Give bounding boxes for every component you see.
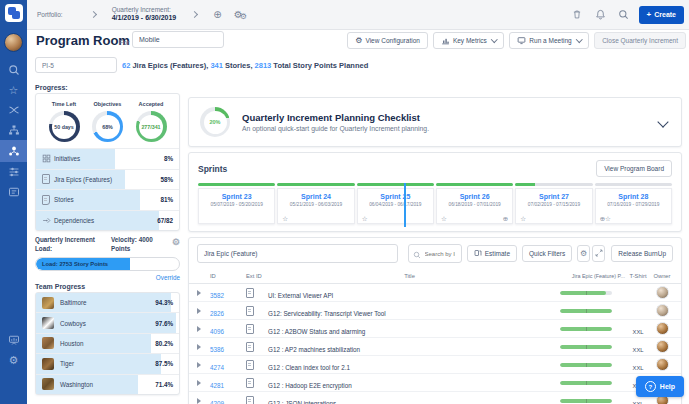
close-quarterly-increment-button[interactable]: Close Quarterly Increment	[594, 32, 686, 49]
table-row[interactable]: 4274 G12 : Clean index tool for 2.1 XXL	[189, 356, 681, 374]
expander-icon[interactable]	[197, 326, 201, 332]
expander-icon[interactable]	[197, 398, 201, 404]
expand-button[interactable]	[592, 245, 605, 262]
column-header-tshirt[interactable]: T-Shirt	[625, 273, 651, 279]
progress-row-initiatives[interactable]: Initiatives 8%	[36, 148, 179, 169]
expander-icon[interactable]	[197, 290, 201, 296]
table-row[interactable]: 3582 UI: External Viewer API	[189, 284, 681, 302]
epic-id-link[interactable]: 4096	[210, 328, 224, 335]
progress-bar	[560, 291, 612, 295]
star-icon[interactable]: ☆	[282, 216, 288, 223]
star-icon[interactable]: ☆	[362, 216, 368, 223]
expand-icon	[595, 249, 603, 258]
view-configuration-button[interactable]: ⚙ View Configuration	[347, 32, 428, 49]
pi-selector[interactable]	[35, 57, 117, 73]
progress-row-stories[interactable]: Stories 81%	[36, 189, 179, 210]
table-row[interactable]: 4096 G12 : A2BOW Status and alarming XXL	[189, 320, 681, 338]
program-input[interactable]	[132, 31, 224, 48]
quick-filters-button[interactable]: Quick Filters	[522, 245, 572, 262]
gears-icon[interactable]: ⚙⚙	[234, 9, 247, 21]
star-icon[interactable]: ☆	[520, 216, 526, 223]
epic-id-link[interactable]: 4281	[210, 382, 224, 389]
kanban-board-icon[interactable]	[0, 182, 27, 202]
column-header-progress[interactable]: Jira Epic (Feature) P...	[547, 273, 625, 279]
user-avatar[interactable]	[4, 33, 23, 52]
notifications-bell-icon[interactable]	[595, 9, 606, 20]
owner-avatar[interactable]	[656, 286, 669, 299]
settings-gear-icon[interactable]: ⚙	[0, 350, 27, 370]
run-a-meeting-button[interactable]: Run a Meeting	[509, 32, 589, 49]
column-header-ext-id[interactable]: Ext ID	[246, 273, 272, 279]
view-program-board-button[interactable]: View Program Board	[596, 160, 672, 177]
search-icon[interactable]	[618, 9, 629, 20]
sheet-selector[interactable]: Jira Epic (Feature)	[197, 244, 398, 263]
column-header-id[interactable]: ID	[210, 273, 246, 279]
crosshair-star-icons[interactable]: ⊕☆	[600, 216, 611, 223]
reports-icon[interactable]	[0, 330, 27, 350]
document-icon	[246, 324, 254, 334]
expander-icon[interactable]	[197, 362, 201, 368]
crosshair-icon[interactable]: ⊕	[503, 216, 508, 223]
column-header-owner[interactable]: Owner	[651, 273, 673, 279]
team-row[interactable]: Tiger 87.5%	[36, 353, 179, 373]
owner-avatar[interactable]	[656, 304, 669, 317]
epic-id-link[interactable]: 3582	[210, 292, 224, 299]
team-row[interactable]: Washington 71.4%	[36, 374, 179, 394]
sprint-column[interactable]: Sprint 24 05/21/2019 - 06/03/2019 ☆	[277, 183, 354, 224]
override-link[interactable]: Override	[35, 274, 180, 281]
portfolio-label[interactable]: Portfolio:	[37, 11, 63, 18]
jira-align-logo-icon[interactable]	[5, 4, 23, 22]
progress-bar	[560, 327, 612, 331]
sprint-column[interactable]: Sprint 23 05/07/2019 - 05/20/2019	[198, 183, 275, 224]
table-row[interactable]: 2826 G12: Serviceability: Transcript Vie…	[189, 302, 681, 320]
progress-row-epics[interactable]: Jira Epics (Features) 58%	[36, 169, 179, 190]
chevron-down-icon	[576, 36, 582, 42]
owner-avatar[interactable]	[656, 358, 669, 371]
key-metrics-button[interactable]: Key Metrics	[433, 32, 504, 49]
team-row[interactable]: Cowboys 97.6%	[36, 312, 179, 332]
epic-id-link[interactable]: 5386	[210, 346, 224, 353]
load-gear-icon[interactable]: ⚙	[172, 236, 180, 253]
expander-icon[interactable]	[197, 380, 201, 386]
epic-id-link[interactable]: 4209	[210, 400, 224, 404]
column-header-title[interactable]: Title	[272, 273, 547, 279]
progress-row-dependencies[interactable]: Dependencies 67/82	[36, 210, 179, 231]
planning-checklist-card[interactable]: 20% Quarterly Increment Planning Checkli…	[188, 97, 682, 147]
shuffle-icon[interactable]	[0, 100, 27, 120]
initiatives-grid-icon	[42, 154, 54, 163]
team-row[interactable]: Baltimore 94.3%	[36, 293, 179, 312]
expander-icon[interactable]	[197, 308, 201, 314]
program-room-icon[interactable]	[0, 140, 27, 162]
star-icon[interactable]: ☆	[441, 216, 447, 223]
estimate-button[interactable]: Estimate	[467, 245, 517, 262]
epic-id-link[interactable]: 4274	[210, 364, 224, 371]
sliders-icon[interactable]	[0, 162, 27, 182]
grid-search-input[interactable]	[423, 250, 457, 258]
favorites-star-icon[interactable]: ☆	[0, 80, 27, 100]
sprint-column[interactable]: Sprint 27 07/02/2019 - 07/15/2019 ☆	[515, 183, 592, 224]
owner-avatar[interactable]	[656, 322, 669, 335]
sprint-column[interactable]: Sprint 25 06/04/2019 - 06/17/2019 ☆	[357, 183, 434, 224]
sprint-column[interactable]: Sprint 28 07/16/2019 - 07/29/2019 ⊕☆	[595, 183, 672, 224]
table-row[interactable]: 4281 G12 : Hadoop E2E encryption XXL	[189, 374, 681, 392]
search-icon[interactable]	[0, 60, 27, 80]
sitemap-icon[interactable]	[0, 120, 27, 140]
release-burnup-button[interactable]: Release BurnUp	[611, 245, 673, 262]
epic-id-link[interactable]: 2826	[210, 310, 224, 317]
objectives-ring: 68%	[92, 111, 123, 142]
table-row[interactable]: 4209 G12 : JSON integrations XXL	[189, 392, 681, 404]
chevron-down-icon[interactable]	[657, 116, 668, 127]
sprint-column[interactable]: Sprint 26 06/18/2019 - 07/01/2019 ☆ ⊕	[436, 183, 513, 224]
add-target-icon[interactable]: ⊕	[213, 9, 221, 20]
owner-avatar[interactable]	[656, 340, 669, 353]
table-row[interactable]: 5386 G12 : AP2 machines stabilization XX…	[189, 338, 681, 356]
grid-search[interactable]	[408, 244, 462, 263]
trash-icon[interactable]	[572, 9, 582, 20]
expander-icon[interactable]	[197, 344, 201, 350]
help-button[interactable]: ? Help	[636, 376, 684, 397]
team-row[interactable]: Houston 80.2%	[36, 333, 179, 353]
grid-settings-button[interactable]: ⚙	[577, 245, 590, 262]
create-button[interactable]: +Create	[639, 6, 684, 24]
chart-icon	[441, 36, 450, 46]
quarterly-increment-selector[interactable]: Quarterly Increment: 4/1/2019 - 6/30/201…	[112, 6, 177, 23]
